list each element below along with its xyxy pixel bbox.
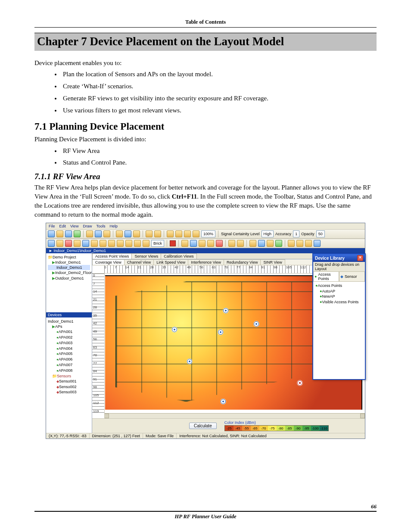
tool-icon[interactable] (207, 240, 214, 247)
menu-help[interactable]: Help (109, 224, 118, 228)
tab-ap-views[interactable]: Access Point Views (92, 253, 132, 259)
zoom-in-icon[interactable] (167, 230, 174, 237)
devlib-root[interactable]: Access Points (315, 283, 363, 289)
tool-icon[interactable] (296, 240, 303, 247)
accuracy-dropdown[interactable]: 1 (293, 230, 299, 237)
shape-icon[interactable] (143, 240, 149, 247)
menu-tools[interactable]: Tools (96, 224, 105, 228)
zoom-fit-icon[interactable] (184, 230, 191, 237)
tool-icon[interactable] (305, 240, 312, 247)
shape-arrow-icon[interactable] (100, 240, 106, 247)
menu-edit[interactable]: Edit (59, 224, 66, 228)
sensors-folder[interactable]: Sensors (48, 373, 90, 379)
subtab-coverage[interactable]: Coverage View (92, 259, 125, 265)
sensor-item[interactable]: Senso002 (48, 384, 90, 390)
toolbar-icon[interactable] (154, 230, 161, 237)
subtab-redundancy[interactable]: Redundancy View (224, 259, 261, 265)
help-icon[interactable] (314, 240, 321, 247)
grid-icon[interactable] (249, 240, 256, 247)
devlib-item[interactable]: NewAP (315, 294, 363, 299)
tool-icon[interactable] (199, 240, 206, 247)
close-icon[interactable]: × (357, 255, 363, 261)
toolbar-icon[interactable] (95, 230, 102, 237)
ap-item[interactable]: APA008 (48, 368, 90, 373)
zoom-sel-icon[interactable] (193, 230, 199, 237)
ap-marker-icon[interactable] (218, 330, 223, 335)
material-dropdown[interactable]: Brick (151, 240, 164, 247)
toolbar-icon[interactable] (86, 230, 93, 237)
delete-icon[interactable] (216, 240, 223, 247)
zoom-percent-dropdown[interactable]: 100% (201, 230, 215, 237)
ap-item[interactable]: APA002 (48, 335, 90, 340)
tree-item[interactable]: Indoor_Demo1 (48, 260, 90, 265)
device-library-tree[interactable]: Access Points AutoAP NewAP Visible Acces… (313, 282, 365, 379)
sensor-marker-icon[interactable] (297, 380, 302, 386)
shape-triangle-icon[interactable] (108, 240, 115, 247)
ap-item[interactable]: APA005 (48, 351, 90, 357)
toolbar-icon[interactable] (103, 230, 110, 237)
device-library-palette[interactable]: Device Library × Drag and drop devices o… (312, 253, 366, 380)
devlib-tab-sensor[interactable]: Sensor (339, 271, 365, 282)
ap-item[interactable]: APA004 (48, 346, 90, 352)
zoom-out-icon[interactable] (175, 230, 182, 237)
shape-line-icon[interactable] (82, 240, 89, 247)
ap-marker-icon[interactable] (221, 399, 226, 404)
signal-certainty-dropdown[interactable]: High (262, 230, 274, 237)
menu-draw[interactable]: Draw (83, 224, 92, 228)
undo-icon[interactable] (228, 240, 235, 247)
devices-tree[interactable]: Indoor_Demo1 APs APA001 APA002 APA003 AP… (46, 317, 92, 433)
ap-item[interactable]: APA006 (48, 357, 90, 362)
toolbar-icon[interactable] (125, 230, 131, 237)
tool-icon[interactable] (190, 240, 197, 247)
tree-root[interactable]: Indoor_Demo1 (48, 319, 90, 324)
toolbar-icon[interactable] (74, 230, 81, 237)
sensor-item[interactable]: Senso003 (48, 389, 90, 395)
ap-item[interactable]: APA001 (48, 329, 90, 335)
aps-folder[interactable]: APs (48, 324, 90, 329)
project-tree[interactable]: Demo Project Indoor_Demo1 Indoor_Demo1 I… (46, 253, 92, 312)
toolbar-icon[interactable] (133, 230, 140, 237)
opacity-dropdown[interactable]: 50 (316, 230, 325, 237)
tool-icon[interactable] (288, 240, 295, 247)
ap-marker-icon[interactable] (172, 327, 177, 332)
sensor-item[interactable]: Senso001 (48, 379, 90, 384)
devlib-tab-aps[interactable]: Access Points (313, 271, 339, 282)
tool-icon[interactable] (275, 240, 282, 247)
toolbar-icon[interactable] (116, 230, 123, 237)
horizontal-scrollbar[interactable] (104, 413, 365, 418)
subtab-channel[interactable]: Channel View (124, 259, 154, 265)
subtab-sinr[interactable]: SINR View (260, 259, 285, 265)
color-swatch-icon[interactable] (170, 240, 176, 246)
tree-root[interactable]: Demo Project (48, 255, 90, 260)
menu-view[interactable]: View (70, 224, 78, 228)
subtab-linkspeed[interactable]: Link Speed View (153, 259, 188, 265)
shape-icon[interactable] (56, 240, 63, 247)
tab-sensor-views[interactable]: Sensor Views (131, 253, 161, 259)
tab-calib-views[interactable]: Calibration Views (161, 253, 196, 259)
ap-item[interactable]: APA003 (48, 340, 90, 346)
toolbar-icon[interactable] (65, 230, 72, 237)
toolbar-icon[interactable] (48, 230, 55, 237)
calculate-button[interactable]: Calculate (189, 423, 217, 429)
tree-item-selected[interactable]: Indoor_Demo1 (48, 265, 90, 270)
shape-icon[interactable] (134, 240, 141, 247)
devlib-item[interactable]: Visible Access Points (315, 299, 363, 305)
devlib-item[interactable]: AutoAP (315, 289, 363, 294)
toolbar-icon[interactable] (56, 230, 63, 237)
subtab-interference[interactable]: Interference View (188, 259, 224, 265)
ap-item[interactable]: APA007 (48, 362, 90, 368)
shape-icon[interactable] (125, 240, 132, 247)
shape-icon[interactable] (74, 240, 81, 247)
toolbar-icon[interactable] (146, 230, 153, 237)
tree-item[interactable]: Outdoor_Demo1 (48, 276, 90, 281)
shape-icon[interactable] (65, 240, 72, 247)
tree-item[interactable]: Indoor_Demo2_Floor (48, 270, 90, 275)
tool-icon[interactable] (181, 240, 188, 247)
tool-icon[interactable] (267, 240, 274, 247)
shape-circle-icon[interactable] (117, 240, 124, 247)
shape-icon[interactable] (91, 240, 98, 247)
tool-icon[interactable] (258, 240, 265, 247)
ap-marker-icon[interactable] (223, 308, 228, 313)
menu-file[interactable]: File (49, 224, 55, 228)
shape-rect-icon[interactable] (48, 240, 55, 247)
